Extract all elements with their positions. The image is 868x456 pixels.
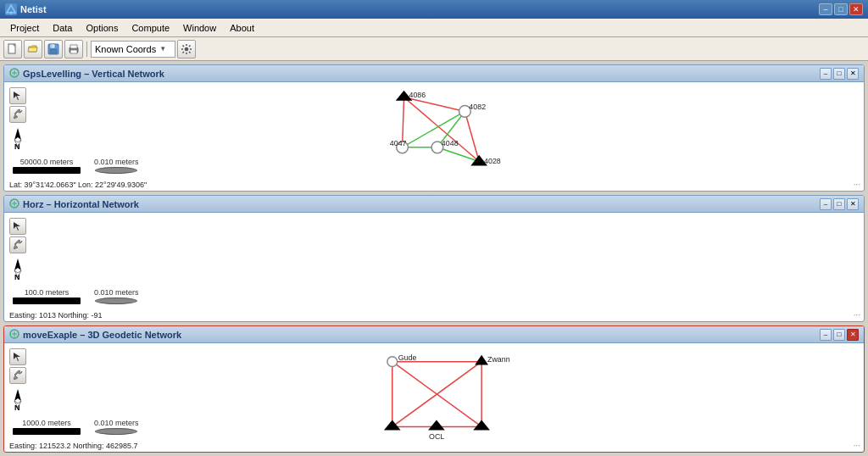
panel3-network-svg: Gude Zwann OCL bbox=[4, 343, 864, 452]
menu-about[interactable]: About bbox=[223, 21, 261, 35]
panel2-corner: ··· bbox=[854, 310, 860, 320]
menu-project[interactable]: Project bbox=[3, 21, 46, 35]
title-bar-left: Netist bbox=[5, 3, 47, 15]
panel1-network-svg: 4086 4082 4047 4048 4028 bbox=[4, 82, 864, 191]
close-button[interactable]: ✕ bbox=[849, 3, 863, 15]
open-button[interactable] bbox=[24, 40, 42, 58]
panel3-header: moveExaple – 3D Geodetic Network – □ ✕ bbox=[4, 326, 864, 343]
node-zwann[interactable] bbox=[475, 355, 488, 365]
title-controls: – □ ✕ bbox=[819, 3, 863, 15]
panel3-body: N 1000.0 meters 0.010 meters Easting: 12… bbox=[4, 343, 864, 452]
menu-window[interactable]: Window bbox=[176, 21, 223, 35]
panel2-icon bbox=[9, 198, 19, 210]
panel2-scale2: 0.010 meters bbox=[94, 288, 139, 304]
node-bl[interactable] bbox=[384, 420, 401, 431]
svg-rect-9 bbox=[70, 45, 77, 48]
svg-text:4048: 4048 bbox=[442, 139, 459, 147]
svg-marker-32 bbox=[14, 259, 21, 270]
known-coords-combo[interactable]: Known Coords ▼ bbox=[91, 41, 175, 58]
combo-label: Known Coords bbox=[95, 44, 156, 54]
app-icon bbox=[5, 3, 17, 15]
settings-button[interactable] bbox=[177, 40, 196, 58]
panel-horz: Horz – Horizontal Network – □ ✕ bbox=[3, 195, 865, 322]
menu-bar: Project Data Options Compute Window Abou… bbox=[0, 19, 868, 37]
panel1-header: GpsLevelling – Vertical Network – □ ✕ bbox=[4, 65, 864, 82]
panel2-close[interactable]: ✕ bbox=[847, 198, 859, 210]
panel2-header: Horz – Horizontal Network – □ ✕ bbox=[4, 196, 864, 213]
panel1-icon bbox=[9, 68, 19, 80]
svg-text:4082: 4082 bbox=[469, 103, 486, 111]
panel1-body: N 50000.0 meters 0.010 meters bbox=[4, 82, 864, 191]
svg-point-1 bbox=[10, 12, 13, 14]
panel2-body: N 100.0 meters 0.010 meters Easting: 101… bbox=[4, 213, 864, 321]
svg-text:4047: 4047 bbox=[390, 139, 407, 147]
panel3-title: moveExaple – 3D Geodetic Network bbox=[9, 329, 181, 341]
svg-text:N: N bbox=[14, 273, 20, 281]
menu-compute[interactable]: Compute bbox=[125, 21, 176, 35]
panel2-scale-row: 100.0 meters 0.010 meters bbox=[13, 288, 139, 304]
svg-text:4086: 4086 bbox=[409, 91, 426, 99]
svg-line-24 bbox=[437, 147, 479, 162]
panel3-minimize[interactable]: – bbox=[820, 329, 832, 341]
menu-data[interactable]: Data bbox=[46, 21, 79, 35]
toolbar-separator bbox=[86, 42, 87, 57]
panel3-maximize[interactable]: □ bbox=[833, 329, 845, 341]
svg-point-11 bbox=[185, 47, 188, 51]
panel2-scale1: 100.0 meters bbox=[13, 288, 81, 304]
print-button[interactable] bbox=[64, 40, 83, 58]
node-br[interactable] bbox=[473, 420, 490, 431]
panel-gps-levelling: GpsLevelling – Vertical Network – □ ✕ bbox=[3, 64, 865, 192]
save-button[interactable] bbox=[44, 40, 63, 58]
panel2-maximize[interactable]: □ bbox=[833, 198, 845, 210]
node-ocl[interactable] bbox=[428, 420, 445, 431]
svg-rect-7 bbox=[51, 45, 53, 48]
panel1-controls: – □ ✕ bbox=[820, 68, 859, 80]
svg-marker-31 bbox=[14, 222, 20, 231]
combo-arrow: ▼ bbox=[159, 45, 166, 53]
panel2-north: N bbox=[9, 257, 26, 284]
svg-rect-10 bbox=[70, 50, 77, 53]
panel1-title: GpsLevelling – Vertical Network bbox=[9, 68, 164, 80]
panel1-maximize[interactable]: □ bbox=[833, 68, 845, 80]
panel-move-exaple: moveExaple – 3D Geodetic Network – □ ✕ bbox=[3, 325, 865, 453]
minimize-button[interactable]: – bbox=[819, 3, 832, 15]
panel2-minimize[interactable]: – bbox=[820, 198, 832, 210]
panel3-controls: – □ ✕ bbox=[820, 329, 859, 341]
svg-text:Gude: Gude bbox=[398, 353, 417, 362]
panel2-arrow-tool[interactable] bbox=[9, 218, 26, 235]
panel3-icon bbox=[9, 329, 19, 341]
panel2-scale: 100.0 meters 0.010 meters bbox=[13, 288, 139, 304]
svg-rect-5 bbox=[50, 44, 55, 48]
panel2-status: Easting: 1013 Northing: -91 bbox=[9, 311, 103, 320]
new-button[interactable] bbox=[3, 40, 22, 58]
panel2-wrench-tool[interactable] bbox=[9, 236, 26, 253]
panel3-close[interactable]: ✕ bbox=[847, 329, 859, 341]
panel1-close[interactable]: ✕ bbox=[847, 68, 859, 80]
main-content: GpsLevelling – Vertical Network – □ ✕ bbox=[0, 61, 868, 456]
panel2-scale-ellipse bbox=[95, 298, 137, 304]
panel2-controls: – □ ✕ bbox=[820, 198, 859, 210]
toolbar: Known Coords ▼ bbox=[0, 37, 868, 61]
svg-line-18 bbox=[465, 111, 479, 161]
app-title: Netist bbox=[20, 4, 47, 14]
title-bar: Netist – □ ✕ bbox=[0, 0, 868, 19]
svg-text:OCL: OCL bbox=[429, 432, 444, 441]
svg-text:4028: 4028 bbox=[484, 157, 501, 165]
maximize-button[interactable]: □ bbox=[834, 3, 848, 15]
panel2-tools: N bbox=[9, 218, 26, 284]
menu-options[interactable]: Options bbox=[80, 21, 125, 35]
panel1-minimize[interactable]: – bbox=[820, 68, 832, 80]
svg-rect-6 bbox=[50, 49, 57, 53]
panel2-scale-bar1 bbox=[13, 298, 81, 304]
panel2-title: Horz – Horizontal Network bbox=[9, 198, 139, 210]
svg-text:Zwann: Zwann bbox=[487, 355, 510, 364]
node-gude[interactable] bbox=[387, 357, 398, 367]
